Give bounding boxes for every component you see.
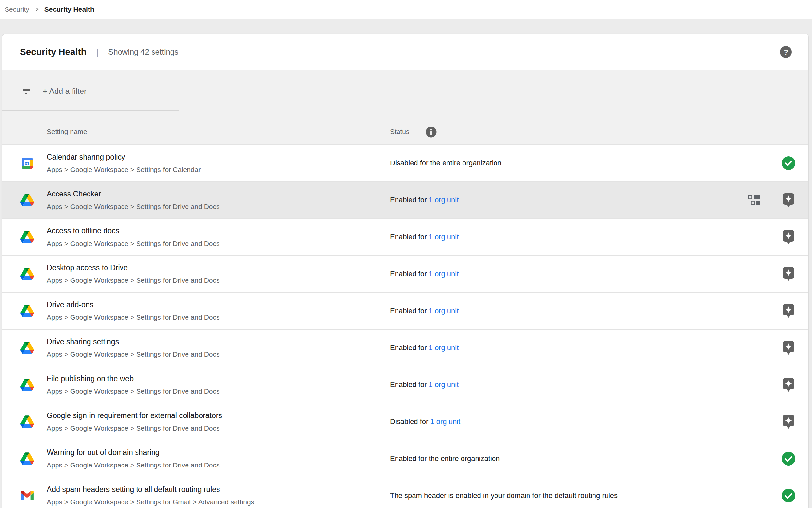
app-icon: [20, 341, 34, 355]
status-cell: Disabled for1 org unit: [390, 417, 460, 426]
calendar-app-icon: 31: [20, 157, 34, 170]
status-cell: Disabled for the entire organization: [390, 159, 501, 167]
app-icon: [20, 193, 34, 207]
add-filter-button[interactable]: + Add a filter: [43, 87, 87, 96]
setting-path: Apps > Google Workspace > Settings for D…: [47, 387, 220, 395]
setting-cell: Access to offline docs Apps > Google Wor…: [47, 226, 220, 248]
status-text: Enabled for: [390, 381, 427, 389]
table-row[interactable]: Access to offline docs Apps > Google Wor…: [2, 218, 808, 255]
recommendation-badge-icon[interactable]: [782, 267, 795, 281]
title-separator: |: [96, 47, 99, 57]
app-icon: 31: [20, 156, 34, 170]
setting-path: Apps > Google Workspace > Settings for D…: [47, 277, 220, 284]
setting-cell: Desktop access to Drive Apps > Google Wo…: [47, 263, 220, 284]
table-row[interactable]: Desktop access to Drive Apps > Google Wo…: [2, 255, 808, 292]
org-unit-link[interactable]: 1 org unit: [430, 417, 460, 426]
status-trailing-icon-slot[interactable]: [781, 303, 796, 319]
setting-title: Add spam headers setting to all default …: [47, 485, 254, 494]
setting-path: Apps > Google Workspace > Settings for G…: [47, 498, 254, 506]
table-row[interactable]: File publishing on the web Apps > Google…: [2, 366, 808, 403]
settings-table-body: 31 Calendar sharing policy Apps > Google…: [2, 144, 808, 508]
filter-divider: [2, 111, 179, 111]
table-row[interactable]: Warning for out of domain sharing Apps >…: [2, 440, 808, 477]
security-health-card: Security Health | Showing 42 settings ? …: [2, 34, 809, 508]
status-ok-check-icon: [781, 156, 796, 170]
status-trailing-icon-slot[interactable]: [781, 193, 796, 208]
org-unit-icon: [748, 195, 761, 205]
recommendation-badge-icon[interactable]: [782, 304, 795, 318]
breadcrumb-current-page: Security Health: [44, 6, 94, 13]
status-trailing-icon-slot[interactable]: [781, 266, 796, 282]
drive-app-icon: [20, 416, 34, 428]
org-unit-link[interactable]: 1 org unit: [429, 307, 459, 315]
setting-path: Apps > Google Workspace > Settings for D…: [47, 240, 220, 248]
filter-icon: [20, 89, 32, 98]
setting-cell: Access Checker Apps > Google Workspace >…: [47, 189, 220, 211]
org-unit-link[interactable]: 1 org unit: [429, 270, 459, 278]
setting-title: Desktop access to Drive: [47, 263, 220, 272]
table-row[interactable]: Drive add-ons Apps > Google Workspace > …: [2, 292, 808, 329]
column-header-setting-name: Setting name: [47, 128, 87, 136]
status-text: Enabled for: [390, 344, 427, 352]
recommendation-badge-icon[interactable]: [782, 230, 795, 244]
drive-app-icon: [20, 231, 34, 243]
setting-cell: Add spam headers setting to all default …: [47, 485, 254, 506]
setting-cell: Drive sharing settings Apps > Google Wor…: [47, 337, 220, 358]
setting-title: File publishing on the web: [47, 374, 220, 383]
table-row[interactable]: Access Checker Apps > Google Workspace >…: [2, 181, 808, 218]
gmail-app-icon: [20, 491, 34, 501]
status-cell: Enabled for1 org unit: [390, 270, 459, 278]
setting-cell: File publishing on the web Apps > Google…: [47, 374, 220, 395]
status-text: Enabled for: [390, 270, 427, 278]
recommendation-badge-icon[interactable]: [782, 378, 795, 392]
drive-app-icon: [20, 268, 34, 280]
table-row[interactable]: 31 Calendar sharing policy Apps > Google…: [2, 144, 808, 181]
setting-title: Drive sharing settings: [47, 337, 220, 346]
org-unit-link[interactable]: 1 org unit: [429, 233, 459, 241]
setting-title: Access to offline docs: [47, 226, 220, 236]
status-text: Enabled for the entire organization: [390, 454, 500, 463]
app-icon: [20, 267, 34, 281]
app-icon: [20, 304, 34, 318]
drive-app-icon: [20, 194, 34, 206]
recommendation-badge-icon[interactable]: [782, 341, 795, 355]
org-unit-link[interactable]: 1 org unit: [429, 381, 459, 389]
status-text: Enabled for: [390, 233, 427, 241]
setting-path: Apps > Google Workspace > Settings for D…: [47, 461, 220, 469]
status-trailing-icon-slot: [781, 156, 796, 171]
status-text: Enabled for: [390, 307, 427, 315]
status-trailing-icon-slot[interactable]: [781, 229, 796, 245]
drive-app-icon: [20, 305, 34, 317]
status-text: The spam header is enabled in your domai…: [390, 491, 618, 500]
table-row[interactable]: Drive sharing settings Apps > Google Wor…: [2, 329, 808, 366]
breadcrumb-security-link[interactable]: Security: [5, 6, 30, 13]
status-cell: Enabled for1 org unit: [390, 196, 459, 204]
setting-path: Apps > Google Workspace > Settings for D…: [47, 313, 220, 321]
recommendation-badge-icon[interactable]: [782, 415, 795, 429]
org-unit-link[interactable]: 1 org unit: [429, 196, 459, 204]
setting-title: Calendar sharing policy: [47, 153, 200, 162]
filter-bar: + Add a filter: [2, 70, 808, 115]
column-header-status: Status: [390, 128, 410, 136]
setting-title: Google sign-in requirement for external …: [47, 411, 222, 420]
status-trailing-icon-slot[interactable]: [781, 414, 796, 429]
help-icon[interactable]: ?: [780, 46, 792, 58]
status-trailing-icon-slot: [781, 488, 796, 503]
status-trailing-icon-slot[interactable]: [781, 340, 796, 355]
page-title: Security Health: [20, 47, 87, 57]
status-text: Disabled for: [390, 417, 428, 426]
svg-text:31: 31: [25, 161, 30, 166]
app-icon: [20, 452, 34, 466]
table-row[interactable]: Google sign-in requirement for external …: [2, 403, 808, 440]
setting-cell: Warning for out of domain sharing Apps >…: [47, 448, 220, 469]
info-icon[interactable]: [426, 127, 437, 138]
status-ok-check-icon: [781, 489, 796, 503]
table-row[interactable]: Add spam headers setting to all default …: [2, 477, 808, 508]
setting-path: Apps > Google Workspace > Settings for D…: [47, 424, 222, 432]
drive-app-icon: [20, 342, 34, 354]
org-unit-link[interactable]: 1 org unit: [429, 344, 459, 352]
recommendation-badge-icon[interactable]: [782, 193, 795, 207]
status-cell: The spam header is enabled in your domai…: [390, 491, 618, 500]
status-trailing-icon-slot[interactable]: [781, 377, 796, 392]
status-cell: Enabled for1 org unit: [390, 344, 459, 352]
